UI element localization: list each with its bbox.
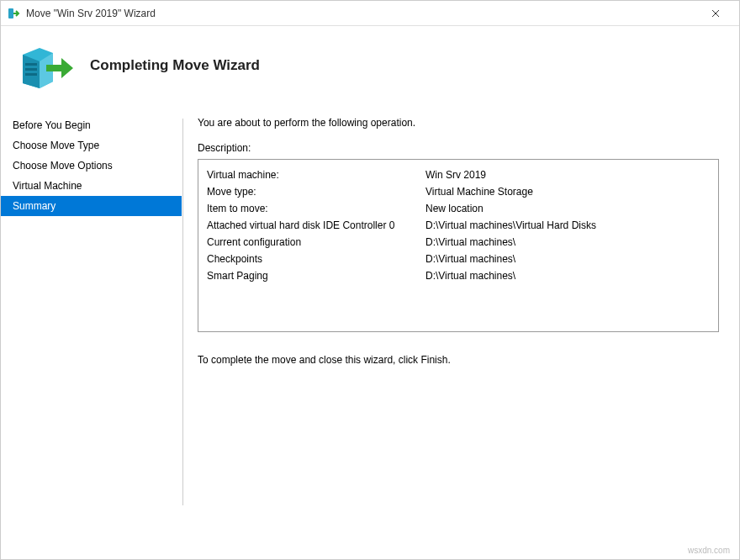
description-value: D:\Virtual machines\ [426,234,710,251]
description-value: New location [426,200,710,217]
description-value: D:\Virtual machines\Virtual Hard Disks [426,217,710,234]
description-row: Move type:Virtual Machine Storage [207,183,710,200]
description-row: Current configurationD:\Virtual machines… [207,234,710,251]
description-key: Current configuration [207,234,426,251]
close-icon[interactable] [699,1,732,26]
description-key: Virtual machine: [207,166,426,183]
divider [182,119,183,505]
svg-rect-1 [25,63,37,66]
svg-rect-3 [25,73,37,76]
sidebar-step-3[interactable]: Virtual Machine [1,176,182,196]
description-key: Checkpoints [207,251,426,267]
wizard-header: Completing Move Wizard [1,26,739,114]
description-key: Move type: [207,183,426,200]
sidebar-step-4[interactable]: Summary [1,196,182,216]
description-value: D:\Virtual machines\ [426,251,710,267]
description-row: Attached virtual hard disk IDE Controlle… [207,217,710,234]
app-icon [8,7,21,20]
wizard-logo-icon [14,38,75,98]
page-title: Completing Move Wizard [90,57,260,74]
wizard-steps-sidebar: Before You BeginChoose Move TypeChoose M… [1,114,182,505]
titlebar: Move "Win Srv 2019" Wizard [1,1,739,26]
description-row: Virtual machine:Win Srv 2019 [207,166,710,183]
sidebar-step-0[interactable]: Before You Begin [1,115,182,135]
svg-rect-0 [8,8,13,18]
description-value: Win Srv 2019 [426,166,710,183]
description-key: Smart Paging [207,267,426,284]
description-row: Smart PagingD:\Virtual machines\ [207,267,710,284]
description-box: Virtual machine:Win Srv 2019Move type:Vi… [198,159,719,332]
window-title: Move "Win Srv 2019" Wizard [26,8,699,19]
description-value: Virtual Machine Storage [426,183,710,200]
description-row: Item to move:New location [207,200,710,217]
footer-note: To complete the move and close this wiza… [198,354,719,366]
intro-text: You are about to perform the following o… [198,117,719,129]
description-key: Attached virtual hard disk IDE Controlle… [207,217,426,234]
description-value: D:\Virtual machines\ [426,267,710,284]
watermark: wsxdn.com [688,546,730,555]
sidebar-step-2[interactable]: Choose Move Options [1,156,182,176]
sidebar-step-1[interactable]: Choose Move Type [1,135,182,156]
description-row: CheckpointsD:\Virtual machines\ [207,251,710,267]
svg-rect-2 [25,68,37,71]
wizard-content: You are about to perform the following o… [182,114,739,505]
description-label: Description: [198,142,719,154]
description-key: Item to move: [207,200,426,217]
